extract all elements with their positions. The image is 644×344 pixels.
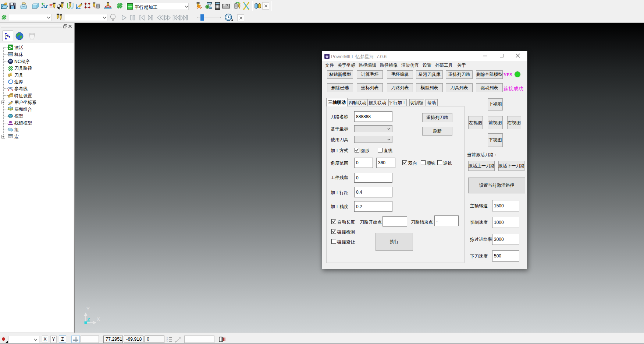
svg-text:Z: Z [87, 317, 90, 322]
svg-text:z: z [167, 340, 168, 343]
svg-text:Y: Y [86, 306, 90, 312]
svg-text:X: X [97, 316, 100, 322]
